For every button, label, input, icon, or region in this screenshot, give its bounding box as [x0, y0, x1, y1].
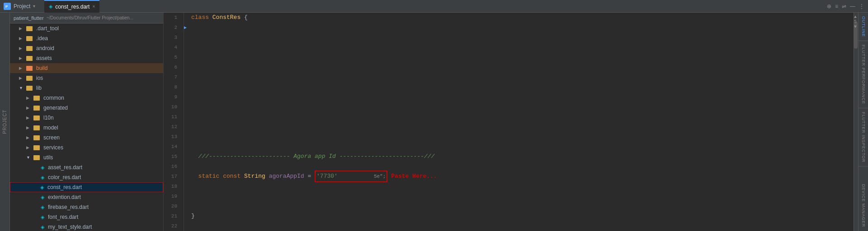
tree-item-idea[interactable]: ▶ .idea	[10, 33, 163, 43]
brace-close: }	[191, 211, 195, 221]
arrow-icon: ▶	[26, 116, 32, 120]
tree-item-utils[interactable]: ▼ utils	[10, 152, 163, 162]
active-tab[interactable]: ◈ const_res.dart ×	[44, 0, 99, 13]
project-panel-tab[interactable]: Project	[0, 13, 10, 231]
folder-icon	[33, 155, 40, 160]
tree-item-screen[interactable]: ▶ screen	[10, 133, 163, 143]
arrow-icon: ▶	[26, 145, 32, 150]
tree-header: patient_flutter ~/Documents/Dhruv/Flutte…	[10, 13, 163, 23]
line-num-17: 17	[164, 171, 180, 181]
item-label: font_res.dart	[48, 214, 78, 220]
scroll-indicator[interactable]: ▲ 5 ▼	[854, 13, 858, 231]
tab-bar: ◈ const_res.dart ×	[44, 0, 99, 13]
panel-flutter-inspector[interactable]: Flutter Inspector	[859, 108, 868, 166]
version-up: ▲	[854, 14, 857, 19]
folder-icon	[26, 26, 33, 31]
tree-item-my-text-style[interactable]: ◈ my_text_style.dart	[10, 222, 163, 231]
search-icon[interactable]: ⊕	[827, 3, 831, 9]
tree-item-extention[interactable]: ◈ extention.dart	[10, 192, 163, 202]
arrow-icon: ▶	[19, 36, 24, 41]
code-line-7	[191, 72, 854, 82]
code-line-20	[191, 201, 854, 211]
item-label: build	[36, 65, 47, 71]
version-number: 5	[854, 19, 857, 24]
tree-item-ios[interactable]: ▶ ios	[10, 73, 163, 83]
title-bar-left: P Project ▾	[4, 3, 35, 10]
comment-agora: ///----------------------- Agora app Id …	[191, 152, 434, 162]
panel-device-manager[interactable]: Device Manager	[859, 180, 868, 231]
tree-item-assets[interactable]: ▶ assets	[10, 53, 163, 63]
tree-item-font-res[interactable]: ◈ font_res.dart	[10, 212, 163, 222]
flutter-performance-label: Flutter Performance	[861, 45, 866, 104]
folder-icon	[33, 125, 40, 130]
line-num-8: 8	[164, 82, 180, 92]
code-line-11	[191, 112, 854, 122]
item-label: .idea	[36, 35, 48, 42]
tab-close-button[interactable]: ×	[92, 4, 95, 9]
sync-icon[interactable]: ⇌	[842, 3, 846, 9]
arrow-icon: ▶	[26, 96, 32, 100]
line-num-16: 16	[164, 162, 180, 171]
item-label: ios	[36, 75, 43, 81]
tree-item-model[interactable]: ▶ model	[10, 123, 163, 133]
tree-item-generated[interactable]: ▶ generated	[10, 103, 163, 113]
code-line-17[interactable]: static const String agoraAppId = '7730'5…	[191, 171, 854, 181]
code-line-21: }	[191, 211, 854, 221]
line-num-3: 3	[164, 32, 180, 42]
item-label: model	[43, 125, 58, 131]
tab-dart-icon: ◈	[49, 4, 52, 9]
tree-item-common[interactable]: ▶ common	[10, 93, 163, 103]
line-num-1: 1	[164, 13, 180, 23]
tree-item-asset-res[interactable]: ◈ asset_res.dart	[10, 162, 163, 172]
item-label: lib	[36, 85, 42, 91]
dropdown-arrow[interactable]: ▾	[33, 4, 35, 9]
value-highlight-box[interactable]: '7730'5e";	[315, 171, 387, 182]
static-keyword	[191, 171, 198, 181]
brace-open: {	[241, 13, 248, 23]
tree-title: patient_flutter	[14, 15, 44, 21]
line-num-7: 7	[164, 72, 180, 82]
panel-outline[interactable]: Outline	[859, 13, 868, 41]
tree-item-android[interactable]: ▶ android	[10, 43, 163, 53]
folder-icon	[33, 96, 40, 101]
project-tree[interactable]: patient_flutter ~/Documents/Dhruv/Flutte…	[10, 13, 164, 231]
line-num-4: 4	[164, 42, 180, 52]
folder-icon	[33, 145, 40, 150]
device-manager-label: Device Manager	[861, 184, 866, 227]
item-label: .dart_tool	[36, 25, 59, 32]
code-area[interactable]: class ConstRes { ///---------------	[187, 13, 854, 231]
folder-icon	[26, 86, 33, 91]
folder-icon	[26, 56, 33, 61]
tree-item-firebase-res[interactable]: ◈ firebase_res.dart	[10, 202, 163, 212]
panel-flutter-performance[interactable]: Flutter Performance	[859, 41, 868, 108]
tree-item-l10n[interactable]: ▶ l10n	[10, 113, 163, 123]
tree-item-lib[interactable]: ▼ lib	[10, 83, 163, 93]
line-num-10: 10	[164, 102, 180, 112]
list-icon[interactable]: ≡	[835, 3, 838, 9]
project-label[interactable]: Project	[14, 3, 30, 9]
kw-static: static	[198, 171, 223, 181]
tree-item-build[interactable]: ▶ build	[10, 63, 163, 73]
item-label: extention.dart	[48, 194, 81, 200]
tree-item-color-res[interactable]: ◈ color_res.dart	[10, 172, 163, 182]
item-label: firebase_res.dart	[48, 204, 89, 210]
paste-annotation: Paste Here...	[391, 171, 437, 181]
tree-item-services[interactable]: ▶ services	[10, 143, 163, 152]
tree-item-dart-tool[interactable]: ▶ .dart_tool	[10, 23, 163, 33]
divider3	[859, 166, 868, 166]
line-num-19: 19	[164, 191, 180, 201]
folder-icon	[33, 106, 40, 111]
svg-text:P: P	[5, 5, 8, 9]
maximize-icon[interactable]: ⋮	[859, 3, 864, 9]
title-bar: P Project ▾ ◈ const_res.dart × ⊕ ≡ ⇌ — ⋮	[0, 0, 868, 13]
code-editor[interactable]: 1 2 3 4 5 6 7 8 9 10 11 12 13 14 15 16 1…	[164, 13, 858, 231]
code-line-13	[191, 132, 854, 142]
tree-item-const-res[interactable]: ◈ const_res.dart	[10, 182, 163, 192]
code-line-19	[191, 191, 854, 201]
item-label: const_res.dart	[47, 184, 82, 190]
line-num-21: 21	[164, 211, 180, 221]
line-num-14: 14	[164, 142, 180, 152]
minimize-icon[interactable]: —	[850, 3, 855, 9]
line-num-20: 20	[164, 201, 180, 211]
project-panel-label: Project	[2, 110, 7, 134]
